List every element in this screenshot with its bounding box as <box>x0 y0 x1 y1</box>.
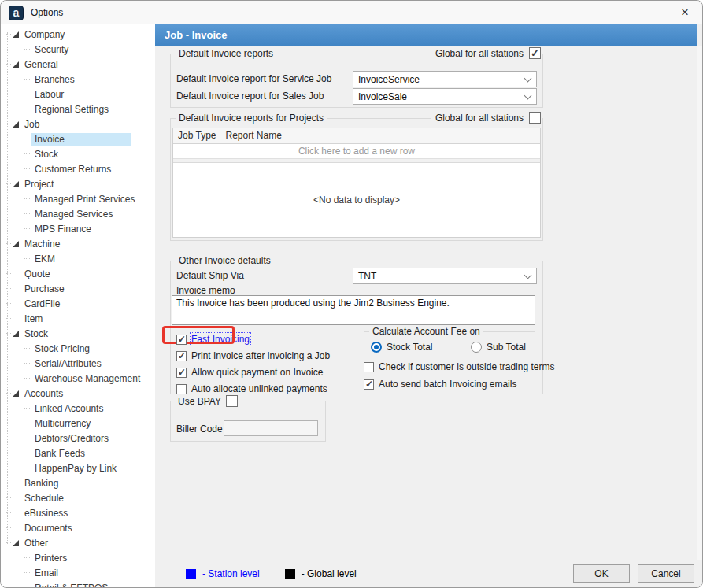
sidebar-item[interactable]: Retail & EFTPOS <box>1 580 155 587</box>
close-icon[interactable]: × <box>668 1 702 24</box>
invoice-memo-label: Invoice memo <box>176 285 235 296</box>
chevron-down-icon <box>524 92 532 100</box>
tree-connector <box>24 228 31 229</box>
tree-connector <box>24 153 31 154</box>
sidebar-item-label: Schedule <box>21 492 67 505</box>
option-checkbox[interactable] <box>176 368 187 378</box>
radio-button[interactable] <box>371 342 382 353</box>
cancel-button[interactable]: Cancel <box>638 564 694 583</box>
sidebar-item-label: Retail & EFTPOS <box>31 582 111 588</box>
sidebar-item[interactable]: Security <box>1 42 155 57</box>
biller-code-input[interactable] <box>224 420 318 436</box>
sidebar-item[interactable]: Job <box>1 116 155 131</box>
column-header[interactable]: Job Type <box>173 128 220 143</box>
level-legend: - Station level - Global level <box>186 568 357 579</box>
sidebar-item[interactable]: MPS Finance <box>1 221 155 236</box>
tree-expand-icon[interactable] <box>12 539 20 547</box>
sidebar-item-label: Job <box>21 118 43 131</box>
sidebar-item-label: Documents <box>21 522 76 534</box>
sidebar-item[interactable]: Branches <box>1 72 155 87</box>
sidebar-item[interactable]: Debtors/Creditors <box>1 431 155 446</box>
sidebar-item-label: Multicurrency <box>31 417 94 430</box>
option-checkbox[interactable] <box>176 335 187 345</box>
tree-expand-icon[interactable] <box>12 61 20 68</box>
sidebar-item[interactable]: Accounts <box>1 386 155 401</box>
ship-via-select[interactable]: TNT <box>353 268 537 284</box>
service-job-report-select[interactable]: InvoiceService <box>353 71 537 87</box>
project-reports-table: Job TypeReport Name Click here to add a … <box>172 128 541 238</box>
sidebar-item[interactable]: Schedule <box>1 490 155 505</box>
options-dialog: a Options × Company Security General <box>0 0 703 588</box>
footer-buttons: OK Cancel <box>573 564 694 583</box>
ok-button[interactable]: OK <box>573 564 630 583</box>
sidebar-item[interactable]: CardFile <box>1 296 155 311</box>
page-title: Job - Invoice <box>155 24 697 46</box>
sidebar-item[interactable]: Invoice <box>1 131 155 146</box>
sidebar-item[interactable]: Item <box>1 311 155 326</box>
sidebar-item[interactable]: Email <box>1 565 155 580</box>
invoice-options-left: Fast Invoicing Print Invoice after invoi… <box>176 334 330 400</box>
sidebar-item[interactable]: Managed Services <box>1 206 155 221</box>
sidebar-item-label: Managed Print Services <box>31 193 138 205</box>
tree-expand-icon[interactable] <box>12 31 20 39</box>
sidebar-item-label: Banking <box>21 477 61 490</box>
global-for-all-stations-checkbox[interactable] <box>529 47 541 59</box>
sidebar-item[interactable]: Bank Feeds <box>1 446 155 460</box>
sidebar-item[interactable]: General <box>1 57 155 72</box>
sidebar-item[interactable]: Quote <box>1 266 155 281</box>
sidebar-item-label: Quote <box>21 268 54 280</box>
tree-connector <box>24 408 31 409</box>
option-checkbox[interactable] <box>176 351 187 361</box>
tree-connector <box>24 79 31 80</box>
sidebar-item[interactable]: Customer Returns <box>1 161 155 176</box>
tree-connector <box>24 348 31 349</box>
tree-connector <box>6 183 11 184</box>
sidebar-item[interactable]: Stock Pricing <box>1 341 155 356</box>
sidebar-item[interactable]: Purchase <box>1 281 155 296</box>
tree-expand-icon[interactable] <box>12 330 20 338</box>
sidebar-item[interactable]: Regional Settings <box>1 102 155 116</box>
tree-expand-icon[interactable] <box>12 180 20 188</box>
tree-expand-icon[interactable] <box>12 240 20 248</box>
column-header[interactable]: Report Name <box>220 128 286 143</box>
add-new-row-button[interactable]: Click here to add a new row <box>173 144 540 159</box>
sales-job-report-select[interactable]: InvoiceSale <box>353 88 537 105</box>
sidebar-item-label: Security <box>31 43 72 56</box>
fee-radio-option[interactable]: Stock Total <box>371 342 471 353</box>
sidebar-item[interactable]: Banking <box>1 475 155 490</box>
option-checkbox[interactable] <box>364 379 374 390</box>
option-checkbox[interactable] <box>176 384 187 394</box>
sidebar-item[interactable]: Company <box>1 27 155 42</box>
group-title: Other Invoice defaults <box>176 255 274 266</box>
sidebar-item[interactable]: Printers <box>1 550 155 565</box>
sidebar-item[interactable]: Labour <box>1 87 155 102</box>
sidebar-item[interactable]: Other <box>1 535 155 550</box>
tree-expand-icon[interactable] <box>12 390 20 398</box>
sidebar-item[interactable]: Serial/Attributes <box>1 356 155 371</box>
radio-button[interactable] <box>471 342 482 353</box>
sidebar-item[interactable]: Project <box>1 176 155 191</box>
legend-color-square <box>285 569 295 579</box>
sidebar-item[interactable]: Linked Accounts <box>1 401 155 416</box>
sidebar-item[interactable]: eBusiness <box>1 505 155 520</box>
sidebar-item[interactable]: Machine <box>1 236 155 251</box>
sidebar-item[interactable]: Multicurrency <box>1 416 155 431</box>
option-checkbox[interactable] <box>364 362 374 372</box>
sidebar-item[interactable]: Stock <box>1 326 155 341</box>
invoice-memo-input[interactable]: This Invoice has been produced using the… <box>172 295 535 325</box>
fee-radio-option[interactable]: Sub Total <box>471 342 571 353</box>
vertical-scrollbar[interactable] <box>697 46 702 560</box>
legend-color-square <box>186 569 196 579</box>
tree-connector <box>6 273 11 274</box>
radio-label: Stock Total <box>387 342 432 353</box>
sidebar-item[interactable]: Managed Print Services <box>1 191 155 206</box>
sidebar-item[interactable]: Documents <box>1 520 155 535</box>
use-bpay-checkbox[interactable] <box>226 395 238 407</box>
sidebar-item[interactable]: EKM <box>1 251 155 266</box>
option-row: Fast Invoicing <box>176 334 330 345</box>
sidebar-item[interactable]: HappenPay by Link <box>1 460 155 475</box>
sidebar-item[interactable]: Warehouse Management <box>1 371 155 386</box>
global-for-all-stations-checkbox[interactable] <box>529 112 541 124</box>
sidebar-item[interactable]: Stock <box>1 146 155 161</box>
tree-expand-icon[interactable] <box>12 120 20 128</box>
